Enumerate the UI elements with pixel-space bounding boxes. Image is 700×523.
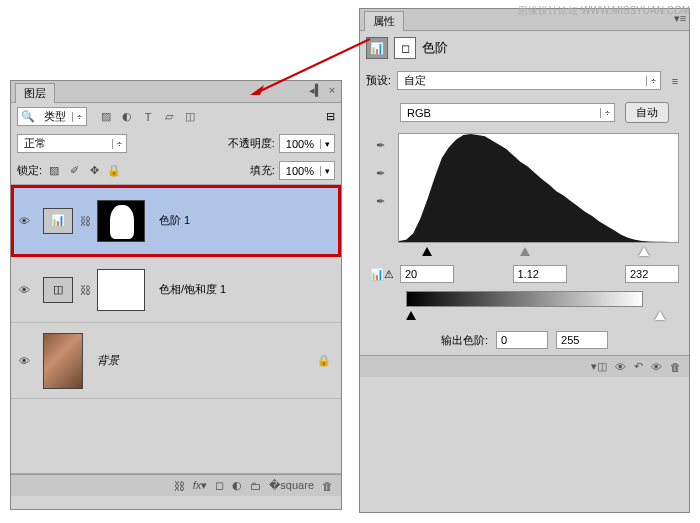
layers-panel: 图层 ◂▍ × 🔍类型÷ ▨ ◐ T ▱ ◫ ⊟ 正常÷ 不透明度: 100%▾…: [10, 80, 342, 510]
white-eyedropper-icon[interactable]: ✒: [370, 195, 390, 213]
properties-panel: 属性 ▾≡ 📊 ◻ 色阶 预设: 自定÷ ≡ RGB÷ 自动 ✒ ✒ ✒ 📊⚠: [359, 8, 690, 513]
panel-menu-icon[interactable]: ◂▍: [309, 83, 323, 97]
panel-close-icon[interactable]: ×: [325, 83, 339, 97]
auto-button[interactable]: 自动: [625, 102, 669, 123]
gray-eyedropper-icon[interactable]: ✒: [370, 167, 390, 185]
filter-pixel-icon[interactable]: ▨: [97, 109, 115, 125]
filter-shape-icon[interactable]: ▱: [160, 109, 178, 125]
layer-name[interactable]: 色相/饱和度 1: [151, 282, 226, 297]
trash-icon[interactable]: 🗑: [322, 480, 333, 492]
link-icon[interactable]: ⛓: [79, 215, 91, 227]
levels-adjustment-icon: 📊: [43, 208, 73, 234]
lock-icon: 🔒: [317, 354, 331, 367]
output-gradient[interactable]: [406, 291, 643, 307]
lock-all-icon[interactable]: 🔒: [106, 163, 122, 179]
layer-filter-row: 🔍类型÷ ▨ ◐ T ▱ ◫ ⊟: [11, 103, 341, 130]
layer-thumbnail[interactable]: [43, 333, 83, 389]
preset-menu-icon[interactable]: ≡: [667, 73, 683, 89]
group-icon[interactable]: 🗀: [250, 480, 261, 492]
link-layers-icon[interactable]: ⛓: [174, 480, 185, 492]
opacity-input[interactable]: 100%▾: [279, 134, 335, 153]
preset-label: 预设:: [366, 73, 391, 88]
layers-bottom-bar: ⛓ fx▾ ◻ ◐ 🗀 �square 🗑: [11, 474, 341, 496]
view-previous-icon[interactable]: 👁: [615, 361, 626, 373]
link-icon[interactable]: ⛓: [79, 284, 91, 296]
visibility-icon[interactable]: 👁: [11, 284, 37, 296]
huesat-adjustment-icon: ◫: [43, 277, 73, 303]
reset-icon[interactable]: ↶: [634, 360, 643, 373]
layers-tabbar: 图层 ◂▍ ×: [11, 81, 341, 103]
output-lo-input[interactable]: [496, 331, 548, 349]
output-slider-track[interactable]: [406, 311, 665, 325]
adjustment-title: 色阶: [422, 39, 448, 57]
output-hi-input[interactable]: [556, 331, 608, 349]
layer-list: 👁 📊 ⛓ 色阶 1 👁 ◫ ⛓ 色相/饱和度 1 👁 背景 🔒: [11, 184, 341, 474]
clip-warning-icon: 📊⚠: [370, 268, 394, 281]
svg-marker-2: [399, 134, 678, 242]
channel-select[interactable]: RGB÷: [400, 103, 615, 122]
visibility-icon[interactable]: 👁: [11, 215, 37, 227]
lock-trans-icon[interactable]: ▨: [46, 163, 62, 179]
properties-bottom-bar: ▾◫ 👁 ↶ 👁 🗑: [360, 355, 689, 377]
tab-layers[interactable]: 图层: [15, 83, 55, 103]
midtone-slider[interactable]: [520, 247, 530, 256]
highlight-input[interactable]: [625, 265, 679, 283]
shadow-input[interactable]: [400, 265, 454, 283]
midtone-input[interactable]: [513, 265, 567, 283]
output-label: 输出色阶:: [441, 333, 488, 348]
preset-select[interactable]: 自定÷: [397, 71, 661, 90]
lock-move-icon[interactable]: ✥: [86, 163, 102, 179]
input-slider-track[interactable]: [406, 247, 665, 261]
lock-label: 锁定:: [17, 163, 42, 178]
layer-row-background[interactable]: 👁 背景 🔒: [11, 323, 341, 399]
trash-icon[interactable]: 🗑: [670, 361, 681, 373]
lock-paint-icon[interactable]: ✐: [66, 163, 82, 179]
filter-toggle-icon[interactable]: ⊟: [326, 110, 335, 123]
shadow-slider[interactable]: [422, 247, 432, 256]
new-layer-icon[interactable]: �square: [269, 479, 314, 492]
filter-smart-icon[interactable]: ◫: [181, 109, 199, 125]
fill-input[interactable]: 100%▾: [279, 161, 335, 180]
fill-label: 填充:: [250, 163, 275, 178]
layer-row-levels[interactable]: 👁 📊 ⛓ 色阶 1: [11, 185, 341, 257]
mask-icon[interactable]: ◻: [215, 479, 224, 492]
output-black-slider[interactable]: [406, 311, 416, 320]
watermark-text: 思缘设计论坛 WWW.MISSYUAN.COM: [518, 4, 690, 18]
visibility-icon[interactable]: 👁: [11, 355, 37, 367]
toggle-visibility-icon[interactable]: 👁: [651, 361, 662, 373]
layer-mask-thumbnail[interactable]: [97, 200, 145, 242]
fx-icon[interactable]: fx▾: [193, 479, 208, 492]
opacity-label: 不透明度:: [228, 136, 275, 151]
tab-properties[interactable]: 属性: [364, 11, 404, 31]
levels-icon: 📊: [366, 37, 388, 59]
layer-row-huesat[interactable]: 👁 ◫ ⛓ 色相/饱和度 1: [11, 257, 341, 323]
filter-kind-select[interactable]: 🔍类型÷: [17, 107, 87, 126]
highlight-slider[interactable]: [639, 247, 649, 256]
filter-type-icon[interactable]: T: [139, 109, 157, 125]
adjustment-icon[interactable]: ◐: [232, 479, 242, 492]
mask-mode-icon[interactable]: ◻: [394, 37, 416, 59]
clip-icon[interactable]: ▾◫: [591, 360, 607, 373]
layer-name[interactable]: 色阶 1: [151, 213, 190, 228]
histogram: [398, 133, 679, 243]
layer-mask-thumbnail[interactable]: [97, 269, 145, 311]
black-eyedropper-icon[interactable]: ✒: [370, 139, 390, 157]
blend-mode-select[interactable]: 正常÷: [17, 134, 127, 153]
filter-adjust-icon[interactable]: ◐: [118, 109, 136, 125]
output-white-slider[interactable]: [655, 311, 665, 320]
layer-name[interactable]: 背景: [89, 353, 119, 368]
